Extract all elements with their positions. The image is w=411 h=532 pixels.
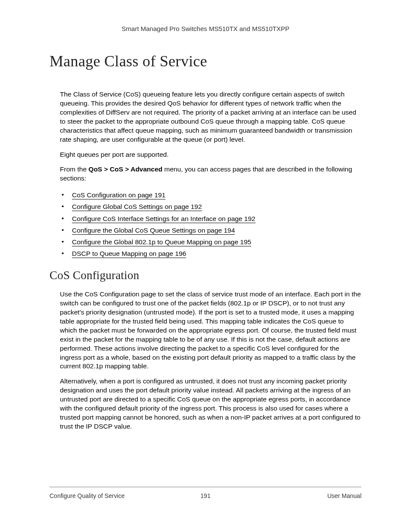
- intro-paragraph-3: From the QoS > CoS > Advanced menu, you …: [60, 165, 361, 183]
- footer-chapter: Configure Quality of Service: [50, 492, 125, 499]
- section-paragraph-2: Alternatively, when a port is configured…: [60, 377, 361, 431]
- link-item: Configure the Global 802.1p to Queue Map…: [60, 236, 361, 248]
- intro-paragraph-2: Eight queues per port are supported.: [60, 150, 361, 159]
- page-footer: Configure Quality of Service 191 User Ma…: [50, 487, 361, 499]
- link-cos-interface-settings[interactable]: Configure CoS Interface Settings for an …: [72, 215, 255, 223]
- section-title: CoS Configuration: [50, 269, 361, 282]
- intro-p3-pre: From the: [60, 165, 88, 173]
- link-global-cos-settings[interactable]: Configure Global CoS Settings on page 19…: [72, 203, 202, 211]
- link-item: Configure the Global CoS Queue Settings …: [60, 224, 361, 236]
- page-title: Manage Class of Service: [50, 52, 361, 70]
- link-item: Configure Global CoS Settings on page 19…: [60, 201, 361, 212]
- intro-paragraph-1: The Class of Service (CoS) queueing feat…: [60, 90, 361, 144]
- link-global-8021p-queue[interactable]: Configure the Global 802.1p to Queue Map…: [72, 238, 251, 246]
- link-item: CoS Configuration on page 191: [60, 189, 361, 201]
- link-global-cos-queue[interactable]: Configure the Global CoS Queue Settings …: [72, 227, 235, 235]
- link-item: DSCP to Queue Mapping on page 196: [60, 248, 361, 259]
- link-cos-configuration[interactable]: CoS Configuration on page 191: [72, 191, 165, 199]
- product-header: Smart Managed Pro Switches MS510TX and M…: [50, 25, 361, 32]
- page: Smart Managed Pro Switches MS510TX and M…: [0, 0, 411, 532]
- section-links-list: CoS Configuration on page 191 Configure …: [60, 189, 361, 259]
- section-paragraph-1: Use the CoS Configuration page to set th…: [60, 290, 361, 371]
- intro-p3-bold: QoS > CoS > Advanced: [88, 165, 162, 173]
- link-item: Configure CoS Interface Settings for an …: [60, 213, 361, 224]
- link-dscp-queue-mapping[interactable]: DSCP to Queue Mapping on page 196: [72, 250, 186, 258]
- footer-doc-type: User Manual: [327, 492, 361, 499]
